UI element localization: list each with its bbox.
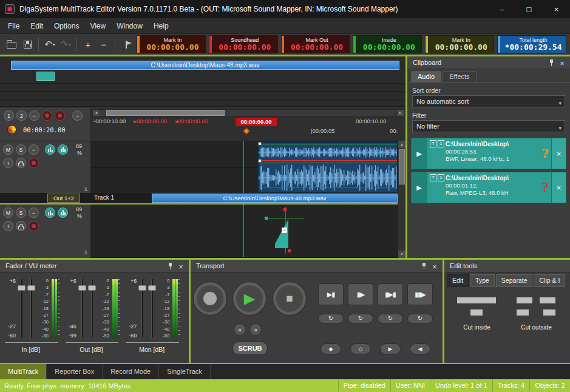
tab-multitrack[interactable]: MultiTrack [0,364,47,379]
tab-record-mode[interactable]: Record Mode [103,364,159,379]
maximize-button[interactable]: □ [515,0,543,18]
tab-type[interactable]: Type [470,274,495,287]
play-selection-button[interactable]: ▮▮▶ [407,283,433,305]
fader-handle[interactable] [18,285,25,291]
envelope-line-green[interactable] [259,144,397,144]
open-button[interactable] [4,36,19,52]
overview-file-bar[interactable]: C:\Users\nin\Desktop\Maus-48.mp3.wav [11,61,399,70]
sort-order-select[interactable]: No automatic sort ▾ [412,95,565,107]
pin-icon[interactable] [421,263,427,269]
next-marker-button[interactable]: ▶ [380,343,401,354]
rewind-button[interactable]: « [234,323,246,336]
track-group-1-button[interactable]: 1 [4,110,14,121]
scroll-left-button[interactable]: ◄ [92,109,100,117]
mark-out-marker[interactable]: ◂00:00:00.00 [175,118,208,124]
scrub-button[interactable]: SCRUB [232,342,268,355]
track-2-lane[interactable]: v [91,204,398,258]
playhead-cursor[interactable] [243,141,244,193]
object-handle[interactable] [258,159,262,163]
record-arm-2-button[interactable] [55,110,65,121]
clipboard-item[interactable]: ▶ T 1 C:\Users\nin\Desktop\ 00:00:28.53,… [411,138,566,169]
output-routing-button[interactable]: Out 1+2 [47,194,80,203]
playhead-cursor[interactable] [243,204,244,257]
tab-edit[interactable]: Edit [447,274,469,287]
redo-button[interactable]: ↷▾ [58,36,73,52]
marker-box[interactable]: v [282,228,287,233]
close-icon[interactable]: × [558,58,566,67]
zoom-in-button[interactable]: + [80,36,96,52]
soundhead-diamond-marker[interactable] [243,127,249,134]
vertical-scrollbar[interactable]: ▲ ▼ [398,141,405,258]
fader-handle[interactable] [27,285,35,291]
remove-button[interactable]: − [72,110,83,121]
fader-handle[interactable] [148,285,156,291]
tab-effects[interactable]: Effects [443,71,476,82]
envelope-line-green[interactable] [266,218,304,218]
close-button[interactable]: × [543,0,570,18]
fader-handle[interactable] [138,285,146,291]
zoom-out-button[interactable]: − [96,36,112,52]
scroll-down-button[interactable]: ▼ [398,251,405,258]
meter-left-button[interactable] [45,208,55,218]
play-button[interactable]: ▶ [412,138,427,169]
play-between-marks-button[interactable]: ▮▶▮ [378,283,403,305]
track-group-2-button[interactable]: 2 [16,110,27,121]
timeline-ruler[interactable]: ◄ ► -00:00:10.00 ▸00:00:00.00 ◂00:00:00.… [91,108,405,141]
collapse-button[interactable]: − [29,110,39,121]
tab-singletrack[interactable]: SingleTrack [159,364,211,379]
tab-clip[interactable]: Clip & I [534,274,565,287]
record-arm-button[interactable] [42,110,52,121]
menu-window[interactable]: Window [111,19,148,33]
track-1-lane[interactable] [91,141,398,194]
soundhead-position[interactable]: 00:00:00.00 [236,118,277,126]
mute-button[interactable]: M [3,208,13,218]
menu-file[interactable]: File [2,19,25,33]
close-icon[interactable]: × [177,261,185,271]
record-enable-button[interactable] [29,221,39,231]
track-name[interactable]: Track 1 [94,194,114,201]
lock-button[interactable] [16,158,26,168]
info-button[interactable]: i [3,221,13,231]
scrollbar-track[interactable] [100,109,396,117]
loop-button[interactable]: ↻ [378,314,403,323]
scrollbar-thumb[interactable] [399,149,405,184]
color-wheel-icon[interactable] [7,125,16,134]
undo-button[interactable]: ↶▾ [42,36,58,52]
scroll-right-button[interactable]: ► [396,109,404,117]
loop-button[interactable]: ↻ [348,314,373,323]
mute-button[interactable]: M [3,144,13,155]
envelope-line-red[interactable] [259,187,397,188]
remove-item-button[interactable]: × [551,138,566,169]
tab-separate[interactable]: Separate [496,274,533,287]
menu-options[interactable]: Options [49,19,84,33]
filter-select[interactable]: No filter ▾ [412,120,565,132]
menu-view[interactable]: View [84,19,111,33]
add-marker-button[interactable]: ◆ [321,343,341,354]
meter-left-button[interactable] [45,144,55,155]
scroll-up-button[interactable]: ▲ [398,141,405,148]
audio-object[interactable] [258,142,398,192]
collapse-button[interactable]: − [29,144,39,155]
object-handle[interactable] [258,142,262,146]
marker-button[interactable] [118,36,134,52]
meter-right-button[interactable] [58,208,68,218]
record-enable-button[interactable] [29,158,39,168]
menu-help[interactable]: Help [148,19,174,33]
fader-handle[interactable] [78,285,86,291]
envelope-line-red[interactable] [259,160,397,161]
scrollbar-thumb[interactable] [106,110,225,116]
forward-button[interactable]: » [249,323,262,336]
lock-button[interactable] [16,221,26,231]
small-audio-object[interactable] [275,219,288,248]
save-button[interactable] [19,36,35,52]
fader-handle[interactable] [88,285,96,291]
play-from-mark-button[interactable]: ▮▶ [348,283,373,305]
prev-marker-button[interactable]: ◀ [410,343,430,354]
pin-icon[interactable] [549,59,554,66]
tab-reporter-box[interactable]: Reporter Box [47,364,103,379]
clipboard-item[interactable]: ▶ T 1 C:\Users\nin\Desktop\ 00:00:01.12,… [411,172,566,203]
loop-button[interactable]: ↻ [407,314,433,323]
envelope-point[interactable] [283,208,287,211]
play-button[interactable]: ▶ [233,282,266,315]
pin-icon[interactable] [168,263,173,269]
